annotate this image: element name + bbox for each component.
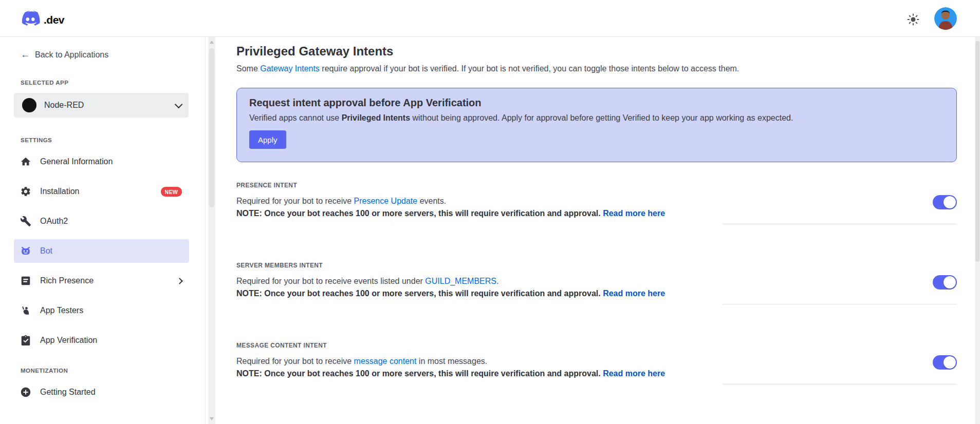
settings-nav: General Information Installation NEW OAu… — [0, 150, 205, 352]
intent-desc-post: in most messages. — [416, 357, 487, 365]
intent-desc-pre: Required for your bot to receive — [236, 357, 354, 365]
server-members-intent-section: SERVER MEMBERS INTENT Required for your … — [236, 262, 957, 304]
banner-body: Verified apps cannot use Privileged Inte… — [249, 113, 944, 123]
sidebar-item-label: App Verification — [40, 336, 182, 345]
sidebar-item-bot[interactable]: Bot — [14, 239, 189, 263]
intent-label: MESSAGE CONTENT INTENT — [236, 342, 957, 349]
home-icon — [20, 156, 32, 168]
back-arrow-icon: ← — [21, 49, 30, 60]
sidebar-item-app-testers[interactable]: App Testers — [14, 299, 189, 322]
sidebar-item-label: Getting Started — [40, 388, 182, 397]
intro-pre: Some — [236, 64, 260, 73]
page-scrollbar[interactable] — [975, 37, 980, 424]
discord-dev-logo[interactable]: .dev — [19, 11, 64, 29]
back-to-applications-label: Back to Applications — [35, 50, 108, 60]
sidebar-scrollbar[interactable] — [208, 37, 215, 424]
main-content: Privileged Gateway Intents Some Gateway … — [215, 37, 975, 424]
scrollbar-down-arrow[interactable] — [210, 417, 214, 420]
monetization-nav: Getting Started — [0, 380, 205, 404]
sidebar: ← Back to Applications SELECTED APP Node… — [0, 37, 206, 424]
toggle-knob — [944, 356, 956, 369]
intent-label: SERVER MEMBERS INTENT — [236, 262, 957, 269]
intent-desc-post: . — [496, 277, 498, 285]
intent-note: NOTE: Once your bot reaches 100 or more … — [236, 369, 665, 378]
wrench-icon — [20, 215, 32, 227]
sidebar-item-label: Rich Presence — [40, 276, 177, 285]
section-divider — [723, 304, 957, 304]
sidebar-item-rich-presence[interactable]: Rich Presence — [14, 269, 189, 293]
intro-text: Some Gateway Intents require approval if… — [236, 64, 957, 74]
sidebar-item-oauth2[interactable]: OAuth2 — [14, 209, 189, 233]
intent-note-text: NOTE: Once your bot reaches 100 or more … — [236, 209, 603, 218]
intent-note: NOTE: Once your bot reaches 100 or more … — [236, 289, 665, 298]
message-content-intent-toggle[interactable] — [933, 355, 957, 370]
intent-desc-pre: Required for your bot to receive — [236, 197, 354, 205]
server-members-intent-toggle[interactable] — [933, 275, 957, 290]
gateway-intents-link[interactable]: Gateway Intents — [260, 64, 320, 73]
intro-post: require approval if your bot is verified… — [320, 64, 739, 73]
intent-description: Required for your bot to receive Presenc… — [236, 195, 957, 220]
gear-icon — [20, 185, 32, 198]
presence-intent-section: PRESENCE INTENT Required for your bot to… — [236, 182, 957, 224]
app-icon — [22, 98, 36, 112]
sidebar-item-getting-started[interactable]: Getting Started — [14, 380, 189, 404]
guild-members-link[interactable]: GUILD_MEMBERS — [425, 277, 496, 285]
sidebar-item-general-information[interactable]: General Information — [14, 150, 189, 174]
intent-note: NOTE: Once your bot reaches 100 or more … — [236, 209, 665, 218]
sidebar-item-label: App Testers — [40, 306, 182, 315]
app-selector-dropdown[interactable]: Node-RED — [14, 93, 189, 118]
section-divider — [723, 384, 957, 384]
user-avatar[interactable] — [934, 7, 957, 30]
back-to-applications-link[interactable]: ← Back to Applications — [21, 49, 205, 60]
sidebar-item-app-verification[interactable]: App Verification — [14, 329, 189, 352]
intent-approval-banner: Request intent approval before App Verif… — [236, 88, 957, 162]
presence-update-link[interactable]: Presence Update — [354, 197, 418, 205]
plus-circle-icon — [20, 386, 32, 398]
scrollbar-up-arrow[interactable] — [210, 41, 214, 44]
sidebar-item-installation[interactable]: Installation NEW — [14, 180, 189, 203]
chevron-down-icon — [175, 100, 183, 108]
clipboard-check-icon — [20, 334, 32, 346]
read-more-link[interactable]: Read more here — [603, 289, 665, 298]
sidebar-item-label: General Information — [40, 157, 182, 166]
theme-toggle-sun-icon[interactable] — [907, 13, 919, 26]
sidebar-item-label: OAuth2 — [40, 217, 182, 226]
presence-intent-toggle[interactable] — [933, 195, 957, 209]
intent-label: PRESENCE INTENT — [236, 182, 957, 189]
selected-app-label: SELECTED APP — [21, 80, 205, 86]
toggle-knob — [944, 196, 956, 208]
settings-section-label: SETTINGS — [21, 137, 205, 143]
apply-button[interactable]: Apply — [249, 130, 286, 149]
intent-desc-pre: Required for your bot to receive events … — [236, 277, 425, 285]
banner-body-bold: Privileged Intents — [342, 113, 410, 122]
read-more-link[interactable]: Read more here — [603, 209, 665, 218]
sidebar-scrollbar-thumb[interactable] — [209, 48, 214, 207]
top-bar: .dev — [0, 0, 980, 37]
logo-dev-suffix: .dev — [44, 14, 64, 26]
banner-body-post: without being approved. Apply for approv… — [410, 113, 793, 122]
new-badge: NEW — [161, 187, 182, 197]
intent-note-text: NOTE: Once your bot reaches 100 or more … — [236, 289, 603, 298]
sidebar-item-label: Bot — [40, 246, 182, 256]
monetization-section-label: MONETIZATION — [21, 368, 205, 374]
page-scrollbar-thumb[interactable] — [975, 41, 979, 262]
banner-body-pre: Verified apps cannot use — [249, 113, 342, 122]
intent-note-text: NOTE: Once your bot reaches 100 or more … — [236, 369, 603, 378]
discord-mark-icon — [19, 11, 42, 29]
selected-app-name: Node-RED — [44, 101, 175, 110]
intent-description: Required for your bot to receive message… — [236, 355, 957, 380]
person-raising-hand-icon — [20, 304, 32, 317]
chevron-right-icon — [176, 278, 183, 284]
intent-description: Required for your bot to receive events … — [236, 275, 957, 300]
page-title: Privileged Gateway Intents — [236, 44, 957, 59]
section-divider — [723, 224, 957, 224]
banner-title: Request intent approval before App Verif… — [249, 97, 944, 109]
toggle-knob — [944, 276, 956, 288]
read-more-link[interactable]: Read more here — [603, 369, 665, 378]
intent-desc-post: events. — [417, 197, 446, 205]
message-content-intent-section: MESSAGE CONTENT INTENT Required for your… — [236, 342, 957, 384]
sidebar-item-label: Installation — [40, 187, 161, 196]
robot-icon — [20, 245, 32, 257]
message-content-link[interactable]: message content — [354, 357, 417, 365]
card-lines-icon — [20, 275, 32, 287]
